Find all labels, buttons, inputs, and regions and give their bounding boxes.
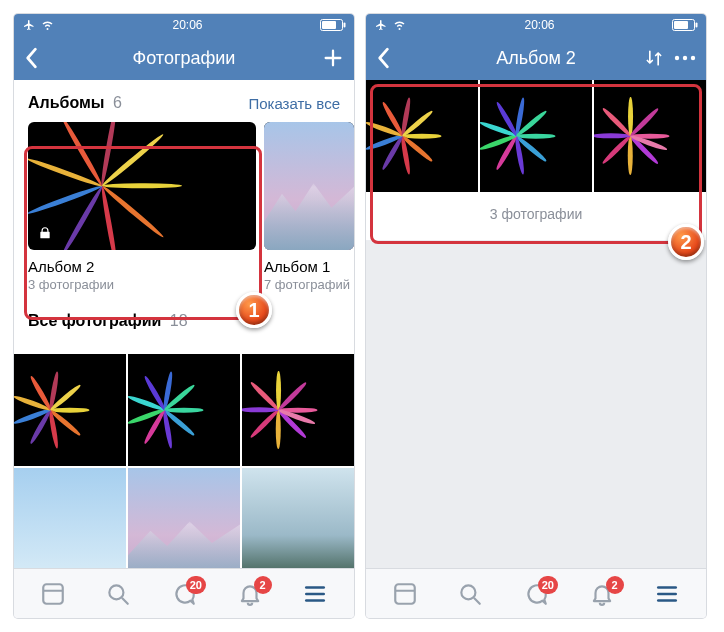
all-photos-header: Все фотографии 18 xyxy=(14,292,354,338)
nav-title: Фотографии xyxy=(84,48,284,69)
badge-messages: 20 xyxy=(186,576,206,594)
badge-notifications: 2 xyxy=(254,576,272,594)
phone-screenshot-left: 20:06 Фотографии xyxy=(14,14,354,618)
album-subtitle: 7 фотографий xyxy=(264,277,354,292)
photo-thumb[interactable] xyxy=(242,354,354,466)
empty-area xyxy=(366,241,706,568)
status-bar: 20:06 xyxy=(14,14,354,36)
photo-thumb[interactable] xyxy=(594,80,706,192)
albums-section-header: Альбомы 6 Показать все xyxy=(14,80,354,122)
svg-rect-3 xyxy=(43,584,63,604)
tab-menu[interactable] xyxy=(293,572,337,616)
all-photos-count: 18 xyxy=(170,312,188,329)
status-time: 20:06 xyxy=(172,18,202,32)
svg-line-19 xyxy=(475,598,480,603)
album-name: Альбом 2 xyxy=(28,258,256,275)
tab-search[interactable] xyxy=(448,572,492,616)
badge-messages: 20 xyxy=(538,576,558,594)
phone-screenshot-right: 20:06 Альбом 2 xyxy=(366,14,706,618)
photo-count-text: 3 фотографии xyxy=(366,192,706,241)
photo-thumb[interactable] xyxy=(128,468,240,568)
content-area: 3 фотографии xyxy=(366,80,706,568)
tab-search[interactable] xyxy=(96,572,140,616)
content-area: Альбомы 6 Показать все Альбом 2 3 фотогр… xyxy=(14,80,354,568)
tab-menu[interactable] xyxy=(645,572,689,616)
nav-bar: Альбом 2 xyxy=(366,36,706,80)
tab-bar: 20 2 xyxy=(14,568,354,618)
albums-title: Альбомы xyxy=(28,94,105,111)
back-button[interactable] xyxy=(376,47,390,69)
all-photos-grid xyxy=(14,354,354,568)
svg-rect-11 xyxy=(674,21,688,29)
show-all-link[interactable]: Показать все xyxy=(248,95,340,112)
photo-thumb[interactable] xyxy=(480,80,592,192)
tab-notifications[interactable]: 2 xyxy=(228,572,272,616)
tab-messages[interactable]: 20 xyxy=(162,572,206,616)
svg-point-15 xyxy=(691,56,695,60)
status-time: 20:06 xyxy=(524,18,554,32)
tab-notifications[interactable]: 2 xyxy=(580,572,624,616)
nav-title: Альбом 2 xyxy=(436,48,636,69)
photo-thumb[interactable] xyxy=(128,354,240,466)
photo-thumb[interactable] xyxy=(14,468,126,568)
sort-button[interactable] xyxy=(644,48,664,68)
tab-news[interactable] xyxy=(383,572,427,616)
battery-icon xyxy=(320,19,346,31)
photo-thumb[interactable] xyxy=(14,354,126,466)
wifi-icon xyxy=(40,19,55,31)
wifi-icon xyxy=(392,19,407,31)
album-name: Альбом 1 xyxy=(264,258,354,275)
svg-rect-1 xyxy=(322,21,336,29)
more-button[interactable] xyxy=(674,55,696,61)
svg-line-6 xyxy=(123,598,128,603)
back-button[interactable] xyxy=(24,47,38,69)
album-subtitle: 3 фотографии xyxy=(28,277,256,292)
svg-rect-2 xyxy=(344,23,346,28)
photo-thumb[interactable] xyxy=(366,80,478,192)
battery-icon xyxy=(672,19,698,31)
tab-messages[interactable]: 20 xyxy=(514,572,558,616)
albums-count: 6 xyxy=(113,94,122,111)
svg-rect-16 xyxy=(395,584,415,604)
svg-point-13 xyxy=(675,56,679,60)
svg-point-14 xyxy=(683,56,687,60)
add-button[interactable] xyxy=(322,47,344,69)
tab-news[interactable] xyxy=(31,572,75,616)
svg-point-5 xyxy=(110,585,124,599)
nav-bar: Фотографии xyxy=(14,36,354,80)
album-card-secondary[interactable]: Альбом 1 7 фотографий xyxy=(264,122,354,292)
album-card-main[interactable]: Альбом 2 3 фотографии xyxy=(28,122,256,292)
tab-bar: 20 2 xyxy=(366,568,706,618)
svg-point-18 xyxy=(462,585,476,599)
all-photos-title: Все фотографии xyxy=(28,312,161,329)
photo-thumb[interactable] xyxy=(242,468,354,568)
airplane-mode-icon xyxy=(374,19,388,31)
lock-icon xyxy=(34,222,56,244)
album-photos-row xyxy=(366,80,706,192)
svg-rect-12 xyxy=(696,23,698,28)
status-bar: 20:06 xyxy=(366,14,706,36)
badge-notifications: 2 xyxy=(606,576,624,594)
airplane-mode-icon xyxy=(22,19,36,31)
